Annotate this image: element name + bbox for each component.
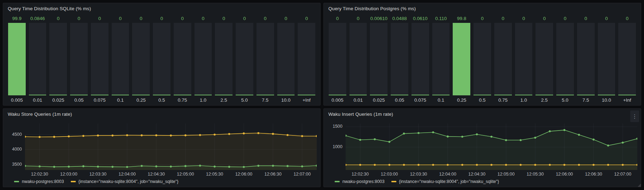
panel-header: Waku Store Queries (1m rate) <box>3 109 320 119</box>
bar-track <box>598 23 615 95</box>
bar-category-label: 5.0 <box>556 97 574 103</box>
bar-category-label: 0.1 <box>432 97 450 103</box>
time-series-plot[interactable] <box>25 124 317 170</box>
time-series-body: 10001500 12:02:3012:03:0012:03:3012:04:0… <box>324 119 641 187</box>
x-axis-label: 12:07:00 <box>293 172 311 177</box>
bar-value-label: 0 <box>515 16 533 21</box>
bar-value-label: 99.8 <box>453 16 470 21</box>
bar-track <box>556 23 574 95</box>
bar-value-label: 99.9 <box>8 16 26 21</box>
x-axis-label: 12:04:30 <box>148 172 165 177</box>
bar-track <box>432 23 450 95</box>
bar-track <box>494 23 512 95</box>
time-series-plot[interactable] <box>346 124 637 170</box>
bar-category-label: 0.005 <box>8 97 26 103</box>
bar-track <box>194 23 212 95</box>
legend-label: nwaku-postgres:8003 <box>342 179 385 184</box>
panel-title[interactable]: Waku Store Queries (1m rate) <box>8 112 72 117</box>
bar-tracks-row <box>8 22 315 95</box>
panel-title[interactable]: Waku Insert Queries (1m rate) <box>328 112 393 117</box>
bar-value-label: 0 <box>349 16 367 21</box>
bar-category-label: 0.01 <box>29 97 47 103</box>
y-axis: 10001500 <box>327 124 346 170</box>
bar-value-label: 0 <box>598 16 615 21</box>
bar-value-label: 0.00610 <box>370 16 388 21</box>
bar-category-label: 0.05 <box>70 97 88 103</box>
panel-title[interactable]: Query Time Distribution Postgres (% ms) <box>328 6 416 11</box>
bar-fill <box>473 95 491 95</box>
grafana-dashboard: Query Time Distribution SQLite (% ms) 99… <box>0 0 644 190</box>
bar-fill <box>494 95 512 95</box>
bar-category-label: 0.01 <box>349 97 367 103</box>
x-axis-label: 12:05:30 <box>206 172 223 177</box>
bar-track <box>298 23 315 95</box>
bar-values-row: 000.006100.04880.06100.11099.800000000 <box>329 14 636 22</box>
bar-value-label: 0 <box>256 16 274 21</box>
bar-fill <box>112 95 129 95</box>
bar-track <box>70 23 88 95</box>
x-axis-label: 12:05:30 <box>527 172 544 177</box>
bar-track <box>349 23 367 95</box>
bar-track <box>535 23 553 95</box>
legend-item[interactable]: nwaku-postgres:8003 <box>14 179 64 184</box>
plot-row: 350040004500 <box>7 124 317 170</box>
legend-color-swatch <box>14 181 19 182</box>
bar-gauge: 99.90.08460000000000000 0.0050.010.0250.… <box>3 14 320 105</box>
bar-gauge: 000.006100.04880.06100.11099.800000000 0… <box>324 14 641 105</box>
x-axis-label: 12:06:00 <box>235 172 253 177</box>
legend-color-swatch <box>71 181 76 182</box>
bar-value-label: 0 <box>236 16 253 21</box>
bar-value-label: 0 <box>618 16 636 21</box>
time-series-svg <box>25 124 317 170</box>
bar-track <box>29 23 47 95</box>
bar-fill <box>329 95 346 95</box>
bar-fill <box>236 95 253 95</box>
panel-store-queries: Waku Store Queries (1m rate) 35004000450… <box>3 108 321 187</box>
x-axis-label: 12:06:30 <box>585 172 602 177</box>
panel-header: Waku Insert Queries (1m rate) <box>324 109 641 119</box>
bar-category-label: 7.5 <box>256 97 274 103</box>
bar-fill <box>411 95 429 95</box>
bar-category-label: 2.5 <box>215 97 233 103</box>
bar-category-label: +Inf <box>298 97 315 103</box>
bar-track <box>577 23 595 95</box>
panel-menu-button[interactable]: ⋮ <box>630 110 639 122</box>
bar-category-label: 0.25 <box>132 97 150 103</box>
bar-category-label: 0.075 <box>91 97 109 103</box>
bar-category-label: 0.075 <box>411 97 429 103</box>
bar-value-label: 0 <box>494 16 512 21</box>
bar-value-label: 0 <box>112 16 129 21</box>
x-axis-label: 12:03:00 <box>381 172 398 177</box>
bar-value-label: 0 <box>194 16 212 21</box>
panel-title[interactable]: Query Time Distribution SQLite (% ms) <box>8 6 91 11</box>
bar-category-label: 0.75 <box>174 97 191 103</box>
legend-label: {instance="nwaku-sqlite:8004", job="nwak… <box>79 179 179 184</box>
bar-track <box>277 23 295 95</box>
bar-category-label: 2.5 <box>535 97 553 103</box>
x-axis-label: 12:05:00 <box>497 172 515 177</box>
legend-item[interactable]: {instance="nwaku-sqlite:8004", job="nwak… <box>391 179 499 184</box>
x-axis-label: 12:06:30 <box>264 172 281 177</box>
bar-track <box>453 23 470 95</box>
time-series-svg <box>346 124 637 170</box>
bar-tracks-row <box>329 22 636 95</box>
x-axis-label: 12:07:00 <box>614 172 631 177</box>
bar-fill <box>132 95 150 95</box>
y-axis: 350040004500 <box>7 124 25 170</box>
bar-track <box>256 23 274 95</box>
panel-resize-handle[interactable] <box>638 184 641 187</box>
bar-category-label: 0.025 <box>370 97 388 103</box>
bar-fill <box>194 95 212 95</box>
bar-category-label: 0.5 <box>153 97 171 103</box>
bar-category-label: 0.75 <box>494 97 512 103</box>
legend-item[interactable]: nwaku-postgres:8003 <box>335 179 385 184</box>
bar-value-label: 0 <box>473 16 491 21</box>
bar-track <box>411 23 429 95</box>
bar-fill <box>618 95 636 95</box>
legend-item[interactable]: {instance="nwaku-sqlite:8004", job="nwak… <box>71 179 179 184</box>
bar-track <box>8 23 26 95</box>
bar-categories-row: 0.0050.010.0250.050.0750.10.250.50.751.0… <box>329 95 636 104</box>
bar-track <box>49 23 67 95</box>
x-axis-label: 12:02:30 <box>31 172 48 177</box>
bar-track <box>174 23 191 95</box>
